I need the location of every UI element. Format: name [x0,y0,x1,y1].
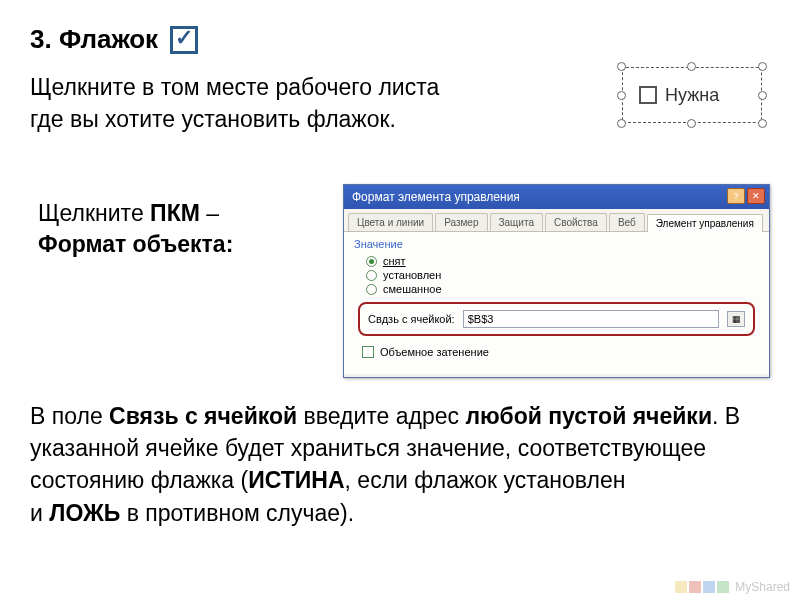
tab-web[interactable]: Веб [609,213,645,231]
radio-icon [366,284,377,295]
cell-link-input[interactable]: $B$3 [463,310,719,328]
dialog-tabs: Цвета и линии Размер Защита Свойства Веб… [344,209,769,232]
section-heading: 3. Флажок [30,24,770,55]
cell-link-row: Свдзь с ячейкой: $B$3 ▦ [358,302,755,336]
checkbox-icon [170,26,198,54]
format-control-dialog: Формат элемента управления ? ✕ Цвета и л… [343,184,770,378]
bp-bold: любой пустой ячейки [465,403,712,429]
dialog-window-buttons: ? ✕ [727,188,765,204]
paragraph-bottom: В поле Связь с ячейкой введите адрес люб… [30,400,770,529]
radio-label: смешанное [383,283,442,295]
paragraph-1: Щелкните в том месте рабочего листа где … [30,71,550,135]
radio-mixed[interactable]: смешанное [354,282,759,296]
instruction-2: Щелкните ПКМ – Формат объекта: [38,198,233,260]
instr2-bold: Формат объекта: [38,231,233,257]
wm-square-icon [717,581,729,593]
watermark-text: MyShared [735,580,790,594]
checkbox-icon [362,346,374,358]
resize-handle [617,62,626,71]
selection-box: Нужна [622,67,762,123]
cell-link-value: $B$3 [468,313,494,325]
resize-handle [687,62,696,71]
instr2-bold: ПКМ [150,200,200,226]
bp-text: в противном случае). [120,500,354,526]
dialog-body: Значение снят установлен смешанное Свдзь… [344,232,769,374]
instr2-part: – [200,200,219,226]
resize-handle [617,91,626,100]
tab-protection[interactable]: Защита [490,213,543,231]
cell-link-label: Свдзь с ячейкой: [368,313,455,325]
shadow-label: Объемное затенение [380,346,489,358]
tab-size[interactable]: Размер [435,213,487,231]
resize-handle [617,119,626,128]
resize-handle [758,91,767,100]
radio-icon [366,270,377,281]
radio-unchecked[interactable]: снят [354,254,759,268]
checkbox-selection-illustration: Нужна [615,60,770,132]
help-button[interactable]: ? [727,188,745,204]
value-group-label: Значение [354,238,759,250]
radio-checked[interactable]: установлен [354,268,759,282]
heading-text: 3. Флажок [30,24,158,55]
para1-line2: где вы хотите установить флажок. [30,106,396,132]
resize-handle [687,119,696,128]
range-picker-button[interactable]: ▦ [727,311,745,327]
radio-label: снят [383,255,406,267]
sample-checkbox: Нужна [627,71,757,119]
dialog-title-text: Формат элемента управления [352,190,520,204]
watermark: MyShared [675,580,790,594]
close-button[interactable]: ✕ [747,188,765,204]
bp-text: , если флажок установлен [345,467,626,493]
bp-bold: Связь с ячейкой [109,403,297,429]
sample-checkbox-box [639,86,657,104]
tab-colors[interactable]: Цвета и линии [348,213,433,231]
radio-icon [366,256,377,267]
resize-handle [758,62,767,71]
dialog-titlebar[interactable]: Формат элемента управления ? ✕ [344,185,769,209]
tab-control[interactable]: Элемент управления [647,214,763,232]
bp-bold: ИСТИНА [248,467,344,493]
sample-checkbox-label: Нужна [665,85,719,106]
bp-text: и [30,500,49,526]
para1-line1: Щелкните в том месте рабочего листа [30,74,439,100]
bp-text: введите адрес [297,403,465,429]
instr2-part: Щелкните [38,200,150,226]
resize-handle [758,119,767,128]
wm-square-icon [703,581,715,593]
wm-square-icon [689,581,701,593]
radio-label: установлен [383,269,441,281]
wm-square-icon [675,581,687,593]
bp-text: В поле [30,403,109,429]
tab-properties[interactable]: Свойства [545,213,607,231]
bp-bold: ЛОЖЬ [49,500,120,526]
shadow-checkbox-row[interactable]: Объемное затенение [354,342,759,362]
